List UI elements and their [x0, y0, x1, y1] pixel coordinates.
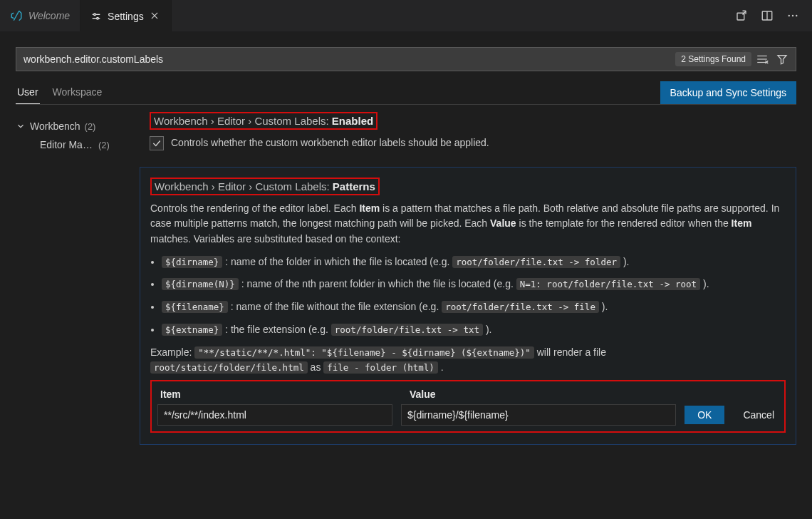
scope-row: User Workspace Backup and Sync Settings	[16, 81, 796, 104]
toc-label: Workbench	[30, 120, 80, 132]
setting-custom-labels-enabled: Workbench › Editor › Custom Labels: Enab…	[140, 112, 796, 151]
settings-editor: 2 Settings Found User Workspace Backup a…	[0, 31, 812, 519]
more-actions-icon[interactable]	[786, 9, 799, 22]
code-token: root/folder/file.txt -> txt	[331, 324, 483, 336]
code-token: N=1: root/folder/file.txt -> root	[516, 278, 700, 290]
list-item: ${filename} : name of the file without t…	[162, 299, 786, 315]
tab-bar: Welcome Settings	[0, 0, 812, 31]
list-item: ${dirname} : name of the folder in which…	[162, 255, 786, 270]
setting-description: Controls whether the custom workbench ed…	[171, 135, 489, 151]
cancel-button[interactable]: Cancel	[739, 408, 779, 421]
tab-label: Settings	[108, 11, 144, 22]
toc-label: Editor Ma…	[40, 139, 93, 150]
settings-toc: Workbench (2) Editor Ma… (2)	[0, 112, 140, 518]
column-header-item: Item	[160, 389, 395, 400]
svg-point-3	[97, 17, 99, 19]
tab-bar-actions	[722, 0, 812, 31]
settings-list: Workbench › Editor › Custom Labels: Enab…	[140, 112, 812, 518]
code-token: ${extname}	[162, 324, 222, 336]
chevron-down-icon	[16, 121, 26, 131]
pattern-value-input[interactable]	[401, 404, 676, 426]
clear-search-icon[interactable]	[756, 53, 769, 66]
vscode-icon	[10, 9, 23, 22]
list-item: ${extname} : the file extension (e.g. ro…	[162, 322, 786, 338]
tab-label: Welcome	[28, 10, 70, 21]
svg-point-9	[792, 15, 793, 16]
list-item: ${dirname(N)} : name of the nth parent f…	[162, 277, 786, 292]
setting-title: Workbench › Editor › Custom Labels: Patt…	[150, 178, 380, 195]
svg-point-10	[796, 15, 797, 16]
toc-count: (2)	[85, 121, 96, 132]
toc-editor-management[interactable]: Editor Ma… (2)	[16, 135, 140, 153]
patterns-table: Item Value OK Cancel	[150, 380, 786, 433]
split-editor-icon[interactable]	[761, 9, 774, 22]
variable-list: ${dirname} : name of the folder in which…	[162, 255, 786, 338]
scope-user-tab[interactable]: User	[16, 82, 40, 104]
setting-description: Controls the rendering of the editor lab…	[150, 201, 786, 247]
example-line: Example: "**/static/**/*.html": "${filen…	[150, 345, 786, 376]
column-header-value: Value	[410, 389, 779, 400]
code-token: file - folder (html)	[323, 361, 438, 374]
toc-count: (2)	[98, 140, 110, 150]
setting-title: Workbench › Editor › Custom Labels: Enab…	[150, 112, 378, 130]
settings-sliders-icon	[90, 11, 102, 22]
code-token: root/static/folder/file.html	[150, 361, 308, 374]
code-token: "**/static/**/*.html": "${filename} - ${…	[194, 346, 534, 359]
enabled-checkbox[interactable]	[150, 136, 164, 150]
divider	[16, 104, 796, 105]
filter-icon[interactable]	[776, 53, 788, 66]
settings-search-input[interactable]	[16, 48, 675, 71]
code-token: ${filename}	[162, 301, 228, 313]
code-token: root/folder/file.txt -> folder	[452, 256, 620, 268]
tab-welcome[interactable]: Welcome	[0, 0, 80, 31]
open-settings-json-icon[interactable]	[735, 9, 748, 22]
toc-workbench[interactable]: Workbench (2)	[16, 118, 140, 135]
code-token: ${dirname}	[162, 256, 222, 268]
setting-custom-labels-patterns: Workbench › Editor › Custom Labels: Patt…	[140, 167, 796, 445]
search-hits-badge: 2 Settings Found	[675, 52, 751, 66]
code-token: ${dirname(N)}	[162, 278, 239, 290]
code-token: root/folder/file.txt -> file	[442, 301, 599, 313]
backup-sync-button[interactable]: Backup and Sync Settings	[660, 81, 796, 104]
ok-button[interactable]: OK	[685, 406, 724, 424]
close-icon[interactable]	[150, 11, 161, 22]
svg-point-1	[94, 14, 96, 16]
scope-workspace-tab[interactable]: Workspace	[51, 82, 104, 104]
tab-settings[interactable]: Settings	[80, 0, 172, 31]
settings-search-row: 2 Settings Found	[16, 47, 796, 71]
check-icon	[152, 138, 162, 148]
svg-point-8	[788, 15, 790, 16]
pattern-item-input[interactable]	[157, 404, 392, 426]
